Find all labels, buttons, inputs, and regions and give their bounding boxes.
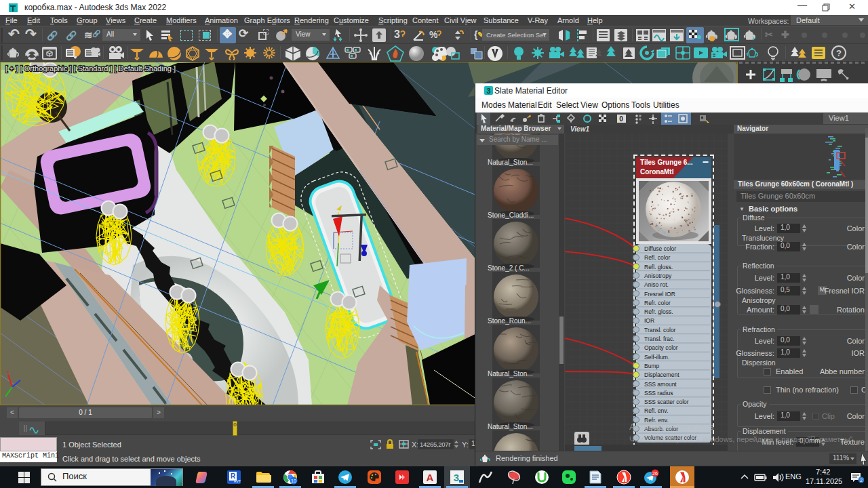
svg-text:Refr. color: Refr. color: [644, 300, 671, 306]
svg-text:x: x: [7, 369, 9, 375]
svg-text:3: 3: [454, 472, 459, 483]
svg-text:Refl. gloss.: Refl. gloss.: [644, 264, 673, 270]
svg-text:3: 3: [486, 87, 490, 95]
svg-text:Refl. color: Refl. color: [644, 254, 670, 261]
svg-text:SSS scatter color: SSS scatter color: [644, 399, 689, 405]
svg-text:Opacity color: Opacity color: [644, 344, 678, 351]
svg-text:26: 26: [652, 471, 658, 476]
svg-text:Transl. color: Transl. color: [644, 327, 676, 333]
svg-text:2: 2: [860, 478, 863, 483]
svg-text:Fresnel IOR: Fresnel IOR: [644, 291, 675, 298]
svg-text:Diffuse color: Diffuse color: [644, 245, 676, 252]
svg-text:SSS amount: SSS amount: [644, 381, 677, 388]
svg-text:Anisotropy: Anisotropy: [644, 272, 672, 279]
svg-text:Refl. env.: Refl. env.: [644, 407, 668, 414]
svg-text:IOR: IOR: [644, 317, 654, 324]
svg-text:0: 0: [619, 115, 623, 123]
svg-text:Displacement: Displacement: [644, 371, 679, 378]
svg-text:A: A: [427, 472, 434, 483]
svg-text:10: 10: [291, 479, 296, 483]
svg-text:Self-illum.: Self-illum.: [644, 354, 669, 361]
svg-text:RVT: RVT: [234, 479, 241, 483]
svg-text:[ + ] [ Orthographic ] [ Stand: [ + ] [ Orthographic ] [ Standard ] [ De…: [5, 64, 176, 73]
svg-text:?: ?: [836, 48, 842, 58]
svg-text:SSS radius: SSS radius: [644, 390, 673, 396]
svg-text:Bump: Bump: [644, 363, 659, 369]
svg-text:Refr. gloss.: Refr. gloss.: [644, 308, 673, 315]
svg-text:Transl. frac.: Transl. frac.: [644, 336, 675, 342]
svg-text:Aniso rot.: Aniso rot.: [644, 281, 669, 288]
